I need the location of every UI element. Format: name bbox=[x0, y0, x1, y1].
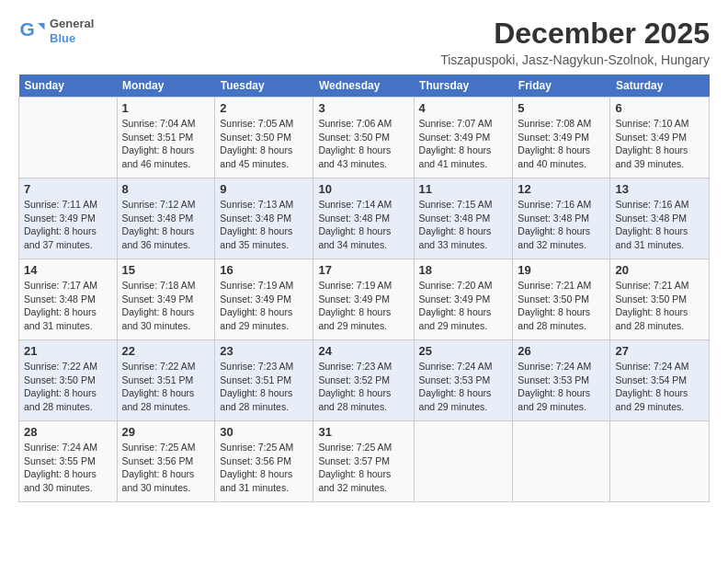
day-detail: Sunrise: 7:24 AMSunset: 3:54 PMDaylight:… bbox=[615, 360, 704, 414]
svg-text:G: G bbox=[20, 17, 35, 39]
day-detail: Sunrise: 7:18 AMSunset: 3:49 PMDaylight:… bbox=[122, 279, 210, 333]
calendar-cell: 25Sunrise: 7:24 AMSunset: 3:53 PMDayligh… bbox=[414, 340, 513, 421]
day-number: 3 bbox=[318, 101, 408, 115]
day-detail: Sunrise: 7:07 AMSunset: 3:49 PMDaylight:… bbox=[419, 117, 508, 171]
day-detail: Sunrise: 7:23 AMSunset: 3:52 PMDaylight:… bbox=[318, 360, 408, 414]
day-number: 13 bbox=[615, 182, 704, 196]
calendar-header-saturday: Saturday bbox=[610, 75, 710, 98]
day-number: 9 bbox=[220, 182, 308, 196]
day-number: 19 bbox=[518, 263, 605, 277]
day-number: 7 bbox=[24, 182, 112, 196]
day-number: 1 bbox=[122, 101, 210, 115]
day-number: 18 bbox=[419, 263, 508, 277]
calendar-cell: 26Sunrise: 7:24 AMSunset: 3:53 PMDayligh… bbox=[513, 340, 610, 421]
calendar-cell: 9Sunrise: 7:13 AMSunset: 3:48 PMDaylight… bbox=[215, 178, 313, 259]
calendar-cell: 15Sunrise: 7:18 AMSunset: 3:49 PMDayligh… bbox=[117, 259, 215, 340]
day-number: 11 bbox=[419, 182, 508, 196]
calendar-cell: 14Sunrise: 7:17 AMSunset: 3:48 PMDayligh… bbox=[19, 259, 118, 340]
day-number: 23 bbox=[220, 344, 308, 358]
calendar-cell: 13Sunrise: 7:16 AMSunset: 3:48 PMDayligh… bbox=[610, 178, 710, 259]
calendar-cell: 29Sunrise: 7:25 AMSunset: 3:56 PMDayligh… bbox=[117, 421, 215, 502]
day-detail: Sunrise: 7:25 AMSunset: 3:57 PMDaylight:… bbox=[318, 441, 408, 495]
day-number: 28 bbox=[24, 425, 112, 439]
day-number: 12 bbox=[518, 182, 605, 196]
day-detail: Sunrise: 7:17 AMSunset: 3:48 PMDaylight:… bbox=[24, 279, 112, 333]
calendar-cell: 12Sunrise: 7:16 AMSunset: 3:48 PMDayligh… bbox=[513, 178, 610, 259]
day-number: 10 bbox=[318, 182, 408, 196]
calendar-week-row: 14Sunrise: 7:17 AMSunset: 3:48 PMDayligh… bbox=[19, 259, 710, 340]
day-number: 16 bbox=[220, 263, 308, 277]
day-detail: Sunrise: 7:10 AMSunset: 3:49 PMDaylight:… bbox=[615, 117, 704, 171]
calendar-cell: 31Sunrise: 7:25 AMSunset: 3:57 PMDayligh… bbox=[313, 421, 414, 502]
day-detail: Sunrise: 7:24 AMSunset: 3:53 PMDaylight:… bbox=[419, 360, 508, 414]
calendar-cell: 23Sunrise: 7:23 AMSunset: 3:51 PMDayligh… bbox=[215, 340, 313, 421]
day-detail: Sunrise: 7:05 AMSunset: 3:50 PMDaylight:… bbox=[220, 117, 308, 171]
day-detail: Sunrise: 7:19 AMSunset: 3:49 PMDaylight:… bbox=[318, 279, 408, 333]
calendar-header-sunday: Sunday bbox=[19, 75, 118, 98]
calendar-header-row: SundayMondayTuesdayWednesdayThursdayFrid… bbox=[19, 75, 710, 98]
logo-icon: G bbox=[18, 17, 46, 45]
calendar-cell: 17Sunrise: 7:19 AMSunset: 3:49 PMDayligh… bbox=[313, 259, 414, 340]
calendar-cell bbox=[513, 421, 610, 502]
calendar-cell: 11Sunrise: 7:15 AMSunset: 3:48 PMDayligh… bbox=[414, 178, 513, 259]
day-detail: Sunrise: 7:24 AMSunset: 3:55 PMDaylight:… bbox=[24, 441, 112, 495]
day-number: 27 bbox=[615, 344, 704, 358]
day-detail: Sunrise: 7:25 AMSunset: 3:56 PMDaylight:… bbox=[122, 441, 210, 495]
day-detail: Sunrise: 7:12 AMSunset: 3:48 PMDaylight:… bbox=[122, 198, 210, 252]
day-number: 31 bbox=[318, 425, 408, 439]
month-title: December 2025 bbox=[440, 17, 710, 51]
calendar-cell bbox=[610, 421, 710, 502]
logo-blue-text: Blue bbox=[50, 31, 94, 46]
day-number: 22 bbox=[122, 344, 210, 358]
header: G General Blue December 2025 Tiszapuspok… bbox=[18, 17, 710, 67]
logo-text: General Blue bbox=[50, 17, 94, 45]
calendar-cell: 10Sunrise: 7:14 AMSunset: 3:48 PMDayligh… bbox=[313, 178, 414, 259]
day-number: 5 bbox=[518, 101, 605, 115]
calendar-header-tuesday: Tuesday bbox=[215, 75, 313, 98]
day-number: 15 bbox=[122, 263, 210, 277]
calendar-cell: 7Sunrise: 7:11 AMSunset: 3:49 PMDaylight… bbox=[19, 178, 118, 259]
day-number: 24 bbox=[318, 344, 408, 358]
svg-marker-1 bbox=[38, 23, 45, 30]
calendar-cell: 6Sunrise: 7:10 AMSunset: 3:49 PMDaylight… bbox=[610, 98, 710, 178]
calendar-cell: 16Sunrise: 7:19 AMSunset: 3:49 PMDayligh… bbox=[215, 259, 313, 340]
calendar-cell: 19Sunrise: 7:21 AMSunset: 3:50 PMDayligh… bbox=[513, 259, 610, 340]
day-detail: Sunrise: 7:21 AMSunset: 3:50 PMDaylight:… bbox=[615, 279, 704, 333]
day-number: 25 bbox=[419, 344, 508, 358]
day-detail: Sunrise: 7:24 AMSunset: 3:53 PMDaylight:… bbox=[518, 360, 605, 414]
calendar-cell: 20Sunrise: 7:21 AMSunset: 3:50 PMDayligh… bbox=[610, 259, 710, 340]
day-number: 17 bbox=[318, 263, 408, 277]
page: G General Blue December 2025 Tiszapuspok… bbox=[0, 0, 728, 511]
day-detail: Sunrise: 7:14 AMSunset: 3:48 PMDaylight:… bbox=[318, 198, 408, 252]
day-detail: Sunrise: 7:25 AMSunset: 3:56 PMDaylight:… bbox=[220, 441, 308, 495]
day-number: 21 bbox=[24, 344, 112, 358]
calendar-cell: 1Sunrise: 7:04 AMSunset: 3:51 PMDaylight… bbox=[117, 98, 215, 178]
day-detail: Sunrise: 7:16 AMSunset: 3:48 PMDaylight:… bbox=[518, 198, 605, 252]
calendar-header-thursday: Thursday bbox=[414, 75, 513, 98]
day-number: 8 bbox=[122, 182, 210, 196]
day-detail: Sunrise: 7:11 AMSunset: 3:49 PMDaylight:… bbox=[24, 198, 112, 252]
day-detail: Sunrise: 7:08 AMSunset: 3:49 PMDaylight:… bbox=[518, 117, 605, 171]
calendar-cell: 24Sunrise: 7:23 AMSunset: 3:52 PMDayligh… bbox=[313, 340, 414, 421]
calendar-cell: 21Sunrise: 7:22 AMSunset: 3:50 PMDayligh… bbox=[19, 340, 118, 421]
day-detail: Sunrise: 7:21 AMSunset: 3:50 PMDaylight:… bbox=[518, 279, 605, 333]
day-number: 14 bbox=[24, 263, 112, 277]
calendar-cell bbox=[19, 98, 118, 178]
day-detail: Sunrise: 7:20 AMSunset: 3:49 PMDaylight:… bbox=[419, 279, 508, 333]
day-detail: Sunrise: 7:16 AMSunset: 3:48 PMDaylight:… bbox=[615, 198, 704, 252]
calendar-cell bbox=[414, 421, 513, 502]
calendar-week-row: 28Sunrise: 7:24 AMSunset: 3:55 PMDayligh… bbox=[19, 421, 710, 502]
calendar-cell: 28Sunrise: 7:24 AMSunset: 3:55 PMDayligh… bbox=[19, 421, 118, 502]
title-section: December 2025 Tiszapuspoki, Jasz-Nagykun… bbox=[440, 17, 710, 67]
calendar-cell: 3Sunrise: 7:06 AMSunset: 3:50 PMDaylight… bbox=[313, 98, 414, 178]
day-number: 29 bbox=[122, 425, 210, 439]
day-number: 20 bbox=[615, 263, 704, 277]
calendar-cell: 30Sunrise: 7:25 AMSunset: 3:56 PMDayligh… bbox=[215, 421, 313, 502]
calendar-week-row: 21Sunrise: 7:22 AMSunset: 3:50 PMDayligh… bbox=[19, 340, 710, 421]
day-detail: Sunrise: 7:22 AMSunset: 3:51 PMDaylight:… bbox=[122, 360, 210, 414]
day-number: 2 bbox=[220, 101, 308, 115]
calendar-week-row: 1Sunrise: 7:04 AMSunset: 3:51 PMDaylight… bbox=[19, 98, 710, 178]
day-detail: Sunrise: 7:22 AMSunset: 3:50 PMDaylight:… bbox=[24, 360, 112, 414]
day-number: 4 bbox=[419, 101, 508, 115]
day-detail: Sunrise: 7:15 AMSunset: 3:48 PMDaylight:… bbox=[419, 198, 508, 252]
